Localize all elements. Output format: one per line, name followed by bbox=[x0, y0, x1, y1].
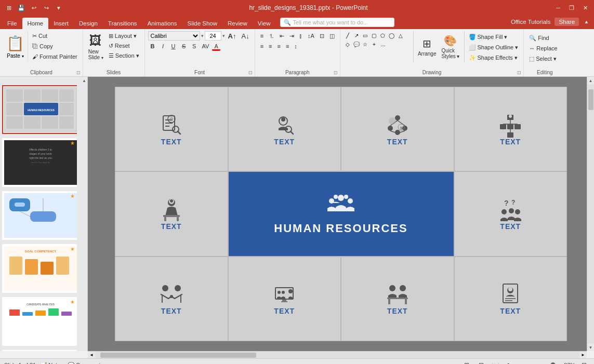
customize-qa-button[interactable]: ▾ bbox=[54, 3, 63, 12]
shape-outline-button[interactable]: ⬜ Shape Outline ▾ bbox=[467, 43, 521, 52]
layout-button[interactable]: ⊞ Layout ▾ bbox=[107, 31, 141, 41]
smartart-button[interactable]: ◫ bbox=[327, 31, 337, 41]
reading-view-button[interactable]: 📖 bbox=[490, 359, 501, 364]
cut-button[interactable]: ✂ Cut bbox=[30, 31, 80, 41]
arrange-button[interactable]: ⊞ Arrange bbox=[416, 31, 439, 62]
ribbon-search-input[interactable]: Tell me what you want to do... bbox=[293, 19, 391, 25]
puzzle-piece-center[interactable]: HUMAN RESOURCES bbox=[228, 171, 454, 256]
shape-pentagon[interactable]: ⬠ bbox=[379, 31, 387, 39]
increase-indent-button[interactable]: ⇥ bbox=[287, 31, 296, 41]
collapse-ribbon-button[interactable]: ▲ bbox=[583, 18, 590, 25]
align-left-button[interactable]: ≡ bbox=[258, 42, 266, 51]
slide-thumb-4[interactable]: ★ GOAL COMPETENCY bbox=[2, 244, 77, 293]
vertical-scrollbar[interactable]: ▲ ▼ bbox=[587, 77, 594, 351]
bullets-button[interactable]: ≡ bbox=[258, 31, 266, 41]
slide-thumb-1[interactable]: HUMAN RESOURCES bbox=[2, 85, 77, 134]
tab-transitions[interactable]: Transitions bbox=[103, 18, 142, 29]
tab-animations[interactable]: Animations bbox=[142, 18, 182, 29]
clipboard-expand-icon[interactable]: ⊡ bbox=[76, 70, 81, 75]
columns-button[interactable]: ⫿ bbox=[297, 31, 305, 41]
tab-review[interactable]: Review bbox=[222, 18, 253, 29]
puzzle-piece-tc[interactable]: TEXT bbox=[228, 87, 341, 171]
bold-button[interactable]: B bbox=[148, 42, 157, 51]
save-button[interactable]: 💾 bbox=[17, 3, 26, 12]
puzzle-piece-bl[interactable]: TEXT bbox=[115, 257, 228, 341]
restore-button[interactable]: ❐ bbox=[567, 3, 576, 12]
slide-sorter-button[interactable]: ⊟ bbox=[476, 359, 487, 364]
justify-button[interactable]: ≡ bbox=[284, 42, 291, 51]
puzzle-piece-tl[interactable]: TEXT bbox=[115, 87, 228, 171]
select-button[interactable]: ⬚ Select ▾ bbox=[527, 54, 559, 63]
scroll-thumb-v[interactable] bbox=[588, 89, 593, 110]
shape-arrow[interactable]: ↗ bbox=[352, 31, 361, 39]
decrease-indent-button[interactable]: ⇤ bbox=[278, 31, 286, 41]
scroll-up-button[interactable]: ▲ bbox=[81, 77, 88, 84]
tab-insert[interactable]: Insert bbox=[48, 18, 74, 29]
hscroll-right-arrow[interactable]: ► bbox=[579, 352, 587, 359]
notes-button[interactable]: 📝 Notes bbox=[40, 362, 63, 365]
office-tutorials-link[interactable]: Office Tutorials bbox=[511, 19, 551, 25]
tab-home[interactable]: Home bbox=[22, 18, 49, 29]
increase-font-size-button[interactable]: A↑ bbox=[226, 31, 239, 41]
line-spacing-button[interactable]: ↕ bbox=[292, 42, 299, 51]
minimize-button[interactable]: ─ bbox=[553, 3, 563, 12]
drawing-expand-icon[interactable]: ⊡ bbox=[517, 70, 521, 75]
slideshow-button[interactable]: ▶ bbox=[505, 359, 516, 364]
slide-thumb-3[interactable]: ★ bbox=[2, 191, 77, 240]
hscroll-thumb[interactable] bbox=[100, 353, 256, 358]
shape-callout[interactable]: 💬 bbox=[352, 40, 361, 48]
puzzle-piece-br1[interactable]: TEXT bbox=[341, 257, 454, 341]
puzzle-piece-bc[interactable]: TEXT bbox=[228, 257, 341, 341]
puzzle-piece-tr1[interactable]: $ TEXT bbox=[341, 87, 454, 171]
scroll-up-arrow[interactable]: ▲ bbox=[587, 77, 595, 84]
share-button[interactable]: Share bbox=[555, 18, 579, 26]
italic-button[interactable]: I bbox=[159, 42, 168, 51]
horizontal-scrollbar[interactable]: ◄ ► bbox=[88, 351, 587, 358]
quick-styles-button[interactable]: 🎨 QuickStyles ▾ bbox=[439, 31, 461, 62]
section-button[interactable]: ☰ Section ▾ bbox=[107, 51, 141, 60]
shape-rect[interactable]: ▭ bbox=[361, 31, 369, 39]
underline-button[interactable]: U bbox=[169, 42, 178, 51]
slide-thumb-5[interactable]: ★ CANDIDATE ANALYSIS bbox=[2, 297, 77, 346]
scroll-down-arrow[interactable]: ▼ bbox=[587, 344, 595, 351]
scroll-track-v[interactable] bbox=[587, 84, 594, 344]
slide-thumb-2[interactable]: ★ Affects children 1 to stages of your w… bbox=[2, 138, 77, 187]
tab-view[interactable]: View bbox=[253, 18, 276, 29]
shape-rounded-rect[interactable]: ▢ bbox=[370, 31, 378, 39]
shape-more[interactable]: … bbox=[379, 40, 387, 48]
tab-file[interactable]: File bbox=[2, 18, 22, 29]
align-center-button[interactable]: ≡ bbox=[267, 42, 274, 51]
tab-slideshow[interactable]: Slide Show bbox=[182, 18, 223, 29]
shape-diamond[interactable]: ◇ bbox=[344, 40, 352, 48]
shape-triangle[interactable]: △ bbox=[397, 31, 405, 39]
shape-fill-button[interactable]: 🪣 Shape Fill ▾ bbox=[467, 32, 521, 42]
hscroll-left-arrow[interactable]: ◄ bbox=[88, 352, 95, 359]
puzzle-piece-mr[interactable]: ? ? TEXT bbox=[454, 171, 567, 256]
text-direction-button[interactable]: ↕A bbox=[306, 31, 316, 41]
format-painter-button[interactable]: 🖌 Format Painter bbox=[30, 52, 80, 61]
paste-button[interactable]: 📋 Paste ▾ bbox=[3, 31, 28, 62]
slide-thumb-6[interactable]: ★ DEVELOP SOLUTION bbox=[2, 350, 77, 351]
puzzle-piece-tr2[interactable]: TEXT bbox=[454, 87, 567, 171]
decrease-font-size-button[interactable]: A↓ bbox=[239, 31, 251, 41]
hscroll-track[interactable] bbox=[95, 352, 579, 358]
redo-button[interactable]: ↪ bbox=[42, 3, 51, 12]
comments-button[interactable]: 💬 Comments bbox=[68, 362, 103, 365]
strikethrough-button[interactable]: S bbox=[179, 42, 189, 51]
paragraph-expand-icon[interactable]: ⊡ bbox=[334, 70, 338, 75]
shape-line[interactable]: ╱ bbox=[344, 31, 352, 39]
normal-view-button[interactable]: ⊞ bbox=[461, 359, 472, 364]
replace-button[interactable]: ↔ Replace bbox=[527, 44, 559, 53]
reset-button[interactable]: ↺ Reset bbox=[107, 41, 141, 50]
align-right-button[interactable]: ≡ bbox=[275, 42, 282, 51]
new-slide-button[interactable]: 🖼 NewSlide ▾ bbox=[86, 31, 105, 62]
undo-button[interactable]: ↩ bbox=[29, 3, 38, 12]
fit-slide-button[interactable]: ⊡ bbox=[578, 359, 590, 364]
font-name-select[interactable]: Calibri bbox=[148, 31, 200, 41]
numbering-button[interactable]: ⒈ bbox=[267, 31, 276, 41]
copy-button[interactable]: ⿻ Copy bbox=[30, 42, 80, 51]
puzzle-piece-br2[interactable]: TEXT bbox=[454, 257, 567, 341]
close-button[interactable]: ✕ bbox=[580, 3, 590, 12]
canvas-area[interactable]: TEXT TEXT bbox=[88, 77, 594, 351]
shape-plus[interactable]: + bbox=[370, 40, 378, 48]
